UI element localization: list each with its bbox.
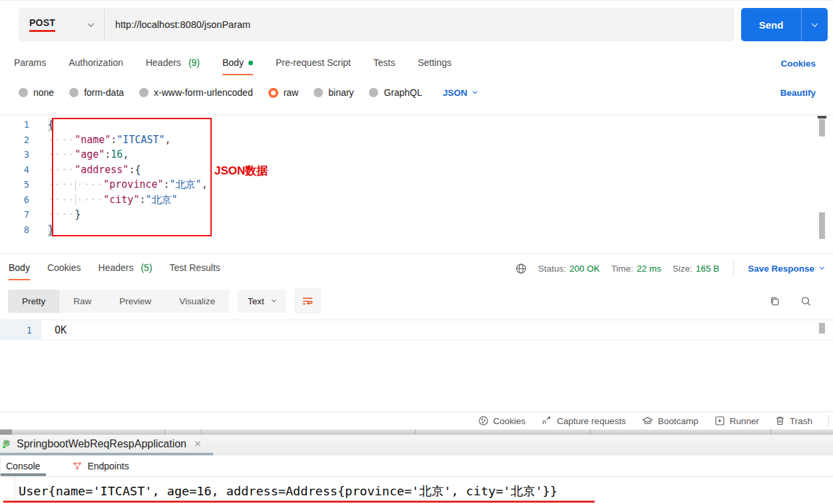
- response-scrollbar-thumb[interactable]: [819, 323, 825, 334]
- line-number: 4: [0, 162, 41, 178]
- method-selector[interactable]: POST: [19, 8, 105, 41]
- mode-none[interactable]: none: [19, 87, 54, 98]
- cookies-link[interactable]: Cookies: [780, 59, 816, 69]
- indent-guide: [75, 194, 76, 205]
- brace: }: [48, 224, 54, 236]
- send-button[interactable]: Send: [741, 8, 828, 41]
- response-body-editor[interactable]: 1 OK: [0, 320, 833, 341]
- view-segmented-control: Pretty Raw Preview Visualize: [8, 290, 229, 313]
- ide-console-output-area[interactable]: User{name='ITCAST', age=16, address=Addr…: [0, 476, 833, 504]
- time-label: Time:: [611, 264, 633, 274]
- view-visualize[interactable]: Visualize: [165, 290, 229, 313]
- beautify-link[interactable]: Beautify: [780, 88, 816, 98]
- footer-bootcamp-button[interactable]: Bootcamp: [642, 415, 698, 426]
- code-line[interactable]: 3 ····"age":16,: [0, 147, 833, 162]
- response-text: OK: [41, 320, 67, 340]
- mode-label: raw: [284, 87, 299, 98]
- search-icon[interactable]: [800, 296, 812, 307]
- footer-trash-button[interactable]: Trash: [775, 415, 812, 426]
- network-globe-icon[interactable]: [515, 263, 527, 274]
- copy-icon[interactable]: [769, 296, 780, 307]
- tab-tests[interactable]: Tests: [374, 57, 396, 69]
- response-view-controls: Pretty Raw Preview Visualize Text: [8, 288, 824, 314]
- tab-headers[interactable]: Headers(9): [146, 57, 200, 69]
- url-field[interactable]: [105, 8, 734, 41]
- mode-binary[interactable]: binary: [314, 87, 354, 98]
- editor-scrollbar-thumb-lower[interactable]: [819, 212, 825, 239]
- save-response-label: Save Response: [748, 264, 814, 274]
- indent-dots: ····: [48, 134, 75, 146]
- annotation-json-data-label: JSON数据: [214, 163, 268, 178]
- tab-label: Pre-request Script: [276, 57, 351, 68]
- view-preview[interactable]: Preview: [105, 290, 165, 313]
- response-tab-body[interactable]: Body: [9, 262, 30, 274]
- response-format-select[interactable]: Text: [238, 290, 286, 313]
- postman-footer-bar: Cookies Capture requests Bootcamp Runner…: [0, 411, 833, 429]
- json-string-value: "ITCAST": [117, 134, 164, 146]
- save-response-button[interactable]: Save Response: [748, 264, 824, 274]
- tab-pre-request-script[interactable]: Pre-request Script: [276, 57, 351, 69]
- response-tab-headers[interactable]: Headers(5): [99, 262, 152, 274]
- raw-format-select[interactable]: JSON: [443, 88, 477, 98]
- window-separator-strip: [0, 429, 833, 435]
- indent-dots: ····: [77, 178, 103, 190]
- tab-console[interactable]: Console: [1, 461, 40, 471]
- tab-endpoints[interactable]: Endpoints: [72, 461, 129, 471]
- footer-capture-requests-button[interactable]: Capture requests: [541, 415, 626, 426]
- runner-icon: [714, 415, 725, 426]
- annotation-red-underline: [3, 501, 595, 503]
- code-line[interactable]: 7 ····}: [0, 207, 833, 222]
- close-icon[interactable]: ×: [194, 438, 201, 449]
- response-tab-test-results[interactable]: Test Results: [170, 262, 220, 274]
- tab-label: Console: [6, 461, 40, 471]
- chevron-down-icon: [88, 20, 95, 27]
- view-raw[interactable]: Raw: [59, 290, 105, 313]
- view-pretty[interactable]: Pretty: [8, 290, 59, 313]
- code-line[interactable]: 8 }: [0, 222, 833, 238]
- mode-x-www-form-urlencoded[interactable]: x-www-form-urlencoded: [139, 87, 253, 98]
- mode-label: none: [33, 87, 54, 98]
- tab-body[interactable]: Body: [222, 57, 253, 69]
- line-number: 1: [0, 320, 41, 340]
- response-tab-cookies[interactable]: Cookies: [47, 262, 81, 274]
- mode-form-data[interactable]: form-data: [69, 87, 124, 98]
- radio-icon: [69, 88, 79, 97]
- mode-raw[interactable]: raw: [268, 87, 299, 98]
- response-line[interactable]: 1 OK: [0, 320, 833, 340]
- comma: ,: [123, 148, 129, 160]
- run-configuration-tab[interactable]: SpringbootWebReqRespApplication ×: [0, 435, 201, 453]
- footer-item-label: Cookies: [493, 416, 526, 426]
- tab-label: Authorization: [69, 57, 123, 68]
- url-input[interactable]: [115, 19, 734, 30]
- chevron-down-icon: [473, 89, 477, 93]
- tab-settings[interactable]: Settings: [417, 57, 451, 69]
- tab-label: Body: [222, 57, 244, 68]
- tab-params[interactable]: Params: [14, 57, 46, 69]
- send-button-label[interactable]: Send: [741, 8, 801, 41]
- code-text: ····"age":16,: [41, 147, 129, 162]
- size-value: 165 B: [696, 264, 719, 274]
- request-body-editor[interactable]: 1 { 2 ····"name":"ITCAST", 3 ····"age":1…: [0, 115, 833, 250]
- indent-dots: ····: [48, 208, 75, 220]
- separator-divider: [770, 429, 771, 435]
- run-tab-title: SpringbootWebReqRespApplication: [17, 438, 186, 450]
- indent-dots: ····: [48, 164, 75, 176]
- send-options-button[interactable]: [801, 8, 828, 41]
- code-line[interactable]: 2 ····"name":"ITCAST",: [0, 132, 833, 148]
- editor-scrollbar-thumb[interactable]: [819, 119, 825, 136]
- window-top-border: [0, 0, 833, 1]
- wrap-lines-button[interactable]: [294, 288, 321, 314]
- status-value: 200 OK: [569, 264, 600, 274]
- code-line[interactable]: 6 ········"city":"北京": [0, 192, 833, 208]
- size-pair: Size:165 B: [673, 264, 719, 274]
- tab-authorization[interactable]: Authorization: [69, 57, 123, 69]
- format-label: Text: [248, 296, 264, 306]
- code-line[interactable]: 1 {: [0, 117, 833, 132]
- footer-runner-button[interactable]: Runner: [714, 415, 759, 426]
- chevron-down-icon: [272, 297, 276, 302]
- footer-cookies-button[interactable]: Cookies: [478, 415, 526, 426]
- code-line[interactable]: 4 ····"address":{: [0, 162, 833, 178]
- mode-graphql[interactable]: GraphQL: [369, 87, 422, 98]
- code-line[interactable]: 5 ········"province":"北京",: [0, 177, 833, 192]
- line-number: 8: [0, 222, 41, 238]
